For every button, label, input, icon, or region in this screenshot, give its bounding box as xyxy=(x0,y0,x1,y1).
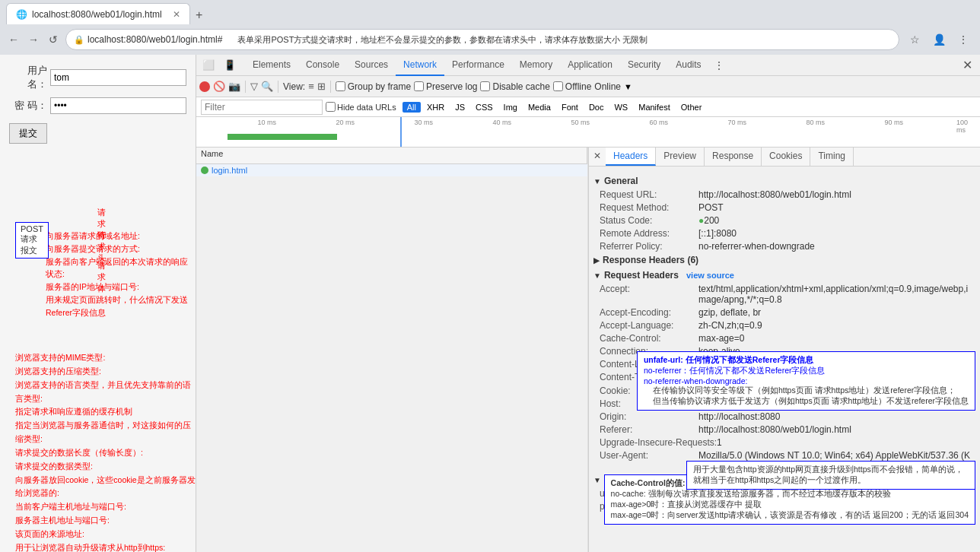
username-input[interactable] xyxy=(50,69,186,86)
reload-button[interactable]: ↺ xyxy=(46,32,61,47)
ann-referer-desc: 用来规定页面跳转时，什么情况下发送Referer字段信息 xyxy=(46,293,196,319)
network-item-login[interactable]: login.html xyxy=(196,164,587,177)
clear-button[interactable]: 🚫 xyxy=(213,81,225,92)
content-length-row: Content-Length: 26 xyxy=(593,359,975,370)
filter-xhr[interactable]: XHR xyxy=(422,102,449,113)
general-toggle[interactable]: ▼ xyxy=(593,177,601,186)
filter-other[interactable]: Other xyxy=(676,102,707,113)
view-grid[interactable]: ⊞ xyxy=(317,81,326,92)
language-value: zh-CN,zh;q=0.9 xyxy=(698,320,762,331)
account-button[interactable]: 👤 xyxy=(928,29,950,50)
view-list[interactable]: ≡ xyxy=(308,81,314,92)
disable-cache-checkbox[interactable]: Disable cache xyxy=(480,81,549,92)
details-content: ▼ General Request URL: http://localhost:… xyxy=(589,167,980,519)
search-button[interactable]: 🔍 xyxy=(261,81,273,92)
ann-server-ip: 服务器的IP地址与端口号: xyxy=(46,281,196,293)
details-tab-close[interactable]: ✕ xyxy=(589,148,606,166)
inspect-button[interactable]: ⬜ xyxy=(199,56,218,75)
forward-button[interactable]: → xyxy=(26,32,41,47)
devtools-more-button[interactable]: ⋮ xyxy=(709,59,729,71)
cache-key: Cache-Control: xyxy=(600,333,698,344)
browser-tab[interactable]: 🌐 localhost:8080/web01/login.html ✕ xyxy=(6,3,190,24)
offline-checkbox[interactable]: Offline xyxy=(553,81,591,92)
address-bar[interactable]: 🔒 localhost:8080/web01/login.html# 表单采用P… xyxy=(65,29,899,50)
filter-css[interactable]: CSS xyxy=(471,102,498,113)
ann-upgrade: 用于让浏览器自动升级请求从http到https: xyxy=(15,541,196,552)
submit-button[interactable]: 提交 xyxy=(9,123,47,144)
tab-console[interactable]: Console xyxy=(298,55,347,76)
form-username-row: username: tom xyxy=(593,488,975,499)
more-button[interactable]: ⋮ xyxy=(953,29,974,50)
view-source-link[interactable]: view source xyxy=(686,271,734,280)
details-tabs: ✕ Headers Preview Response Cookies Timin… xyxy=(589,148,980,167)
filter-all[interactable]: All xyxy=(402,102,421,113)
camera-button[interactable]: 📷 xyxy=(228,81,240,92)
status-row: Status Code: ● 200 xyxy=(593,215,975,226)
cookie-value: Idea-a5cf53cd=6bc07740-4aa7-4272-a373-45… xyxy=(698,385,935,396)
encoding-row: Accept-Encoding: gzip, deflate, br xyxy=(593,307,975,318)
filter-button[interactable]: ▽ xyxy=(250,81,258,92)
details-tab-headers[interactable]: Headers xyxy=(606,148,656,166)
devtools-close-button[interactable]: ✕ xyxy=(958,58,977,72)
ann-language: 浏览器支持的语言类型，并且优先支持靠前的语言类型: xyxy=(15,379,196,406)
form-data-view-url[interactable]: view URL encoded xyxy=(712,475,787,484)
tick-10ms: 10 ms xyxy=(257,119,276,126)
ann-connection: 指定当浏览器与服务器通信时，对这接如何的压缩类型: xyxy=(15,419,196,446)
filter-js[interactable]: JS xyxy=(450,102,469,113)
request-url-key: Request URL: xyxy=(600,189,698,200)
details-tab-preview[interactable]: Preview xyxy=(656,148,705,166)
tick-20ms: 20 ms xyxy=(336,119,355,126)
filter-media[interactable]: Media xyxy=(523,102,555,113)
cookie-key: Cookie: xyxy=(600,385,698,396)
filter-font[interactable]: Font xyxy=(557,102,583,113)
ann-compression: 浏览器支持的压缩类型: xyxy=(15,365,196,379)
user-agent-key: User-Agent: xyxy=(600,450,698,461)
form-data-toggle[interactable]: ▼ xyxy=(593,476,601,484)
request-headers-toggle[interactable]: ▼ xyxy=(593,271,601,280)
tab-security[interactable]: Security xyxy=(620,55,668,76)
details-tab-cookies[interactable]: Cookies xyxy=(762,148,810,166)
filter-img[interactable]: Img xyxy=(499,102,522,113)
hide-data-urls-checkbox[interactable]: Hide data URLs xyxy=(326,102,396,112)
filter-input[interactable] xyxy=(201,100,323,115)
tab-performance[interactable]: Performance xyxy=(444,55,512,76)
online-dropdown[interactable]: ▼ xyxy=(624,82,632,91)
password-input[interactable] xyxy=(50,97,186,114)
referer-key: Referer: xyxy=(600,424,698,435)
tab-close[interactable]: ✕ xyxy=(173,9,180,20)
response-headers-toggle[interactable]: ▶ xyxy=(593,256,600,265)
tab-network[interactable]: Network xyxy=(396,55,444,76)
details-tab-response[interactable]: Response xyxy=(705,148,762,166)
preserve-log-checkbox[interactable]: Preserve log xyxy=(414,81,477,92)
filter-manifest[interactable]: Manifest xyxy=(634,102,675,113)
encoding-value: gzip, deflate, br xyxy=(698,307,761,318)
address-text: localhost:8080/web01/login.html# xyxy=(88,34,222,45)
tab-sources[interactable]: Sources xyxy=(347,55,396,76)
tab-title: localhost:8080/web01/login.html xyxy=(32,9,162,20)
device-button[interactable]: 📱 xyxy=(221,56,239,75)
network-toolbar: 🚫 📷 ▽ 🔍 View: ≡ ⊞ Group by frame Preserv… xyxy=(196,76,980,97)
referrer-row: Referrer Policy: no-referrer-when-downgr… xyxy=(593,241,975,252)
tab-memory[interactable]: Memory xyxy=(512,55,560,76)
host-row: Host: localhost:8080 xyxy=(593,398,975,409)
filter-doc[interactable]: Doc xyxy=(584,102,609,113)
response-headers-title: ▶ Response Headers (6) xyxy=(593,255,975,265)
record-button[interactable] xyxy=(199,81,210,92)
accept-key: Accept: xyxy=(600,284,698,294)
form-data-view-source[interactable]: view source xyxy=(657,475,705,484)
tick-90ms: 90 ms xyxy=(884,119,903,126)
request-url-value: http://localhost:8080/web01/login.html xyxy=(698,189,851,200)
tab-audits[interactable]: Audits xyxy=(668,55,708,76)
new-tab-button[interactable]: + xyxy=(190,6,208,24)
details-tab-timing[interactable]: Timing xyxy=(810,148,854,166)
back-button[interactable]: ← xyxy=(6,32,21,47)
ann-cookie: 向服务器放回cookie，这些cookie是之前服务器发给浏览器的: xyxy=(15,474,196,501)
tab-elements[interactable]: Elements xyxy=(245,55,298,76)
group-by-frame-checkbox[interactable]: Group by frame xyxy=(336,81,411,92)
tab-application[interactable]: Application xyxy=(560,55,620,76)
request-url-row: Request URL: http://localhost:8080/web01… xyxy=(593,189,975,200)
ann-request-method: 向服务器提交请求的方式: xyxy=(46,243,196,255)
filter-ws[interactable]: WS xyxy=(609,102,632,113)
ann-content-length: 请求提交的数据长度（传输长度）: xyxy=(15,446,196,460)
bookmark-button[interactable]: ☆ xyxy=(904,29,925,50)
